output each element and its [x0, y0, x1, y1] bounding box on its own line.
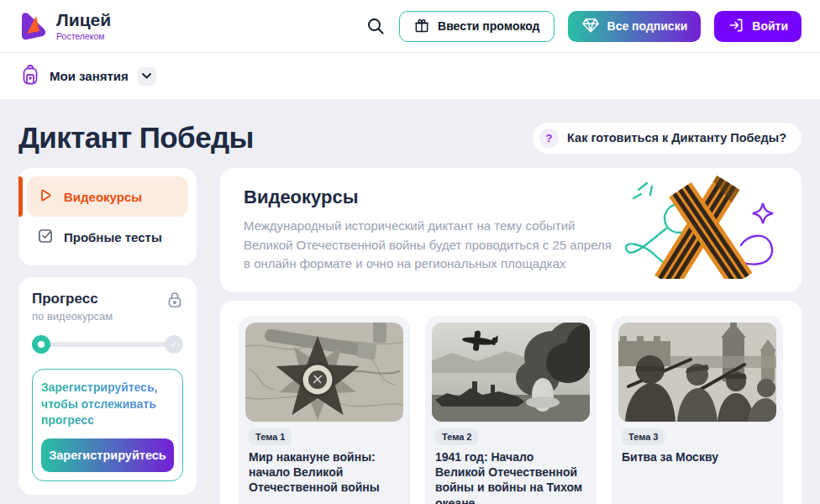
course-image-aircraft-over-ships	[432, 323, 590, 422]
course-badge: Тема 1	[249, 428, 292, 445]
active-item-indicator	[18, 176, 23, 217]
login-button[interactable]: Войти	[714, 11, 802, 42]
progress-knob[interactable]	[32, 335, 50, 354]
register-prompt-box: Зарегистрируйтесь, чтобы отслеживать про…	[32, 369, 183, 481]
logo-title: Лицей	[56, 11, 111, 29]
progress-card: Прогресс по видеокурсам ✓	[18, 277, 197, 495]
videocourses-banner: Видеокурсы Международный исторический ди…	[220, 168, 802, 292]
progress-slider[interactable]: ✓	[32, 335, 183, 354]
play-icon	[37, 187, 54, 207]
register-button[interactable]: Зарегистрируйтесь	[41, 438, 174, 472]
course-image-medal-on-map	[245, 323, 403, 422]
courses-panel: Тема 1 Мир накануне войны: начало Велико…	[220, 301, 802, 504]
sidebar-menu: Видеокурсы Пробные тесты	[18, 168, 197, 265]
logo-subtitle: Ростелеком	[56, 31, 111, 41]
course-image-soldiers-kremlin	[618, 323, 776, 422]
top-header: Лицей Ростелеком Ввести промокод	[0, 0, 820, 52]
progress-subtitle: по видеокурсам	[32, 310, 113, 323]
checkbox-icon	[37, 228, 54, 247]
login-arrow-icon	[728, 17, 744, 36]
search-icon[interactable]	[365, 16, 386, 36]
course-title: Мир накануне войны: начало Великой Отече…	[249, 449, 400, 496]
page-title: Диктант Победы	[18, 121, 254, 155]
course-badge: Тема 2	[435, 428, 478, 445]
backpack-icon	[20, 64, 40, 89]
login-label: Войти	[752, 19, 788, 33]
check-icon: ✓	[165, 335, 183, 354]
how-to-prepare-label: Как готовиться к Диктанту Победы?	[567, 131, 786, 144]
all-subscriptions-label: Все подписки	[607, 19, 688, 33]
lyceum-logo[interactable]: Лицей Ростелеком	[18, 8, 111, 45]
course-grid: Тема 1 Мир накануне войны: начало Велико…	[239, 316, 783, 504]
promo-code-button[interactable]: Ввести промокод	[399, 11, 554, 42]
course-title: 1941 год: Начало Великой Отечественной в…	[435, 449, 586, 504]
course-card-theme-1[interactable]: Тема 1 Мир накануне войны: начало Велико…	[239, 316, 410, 504]
header-actions: Ввести промокод Все подписки Войти	[365, 11, 802, 42]
diamond-icon	[581, 17, 600, 36]
all-subscriptions-button[interactable]: Все подписки	[568, 11, 702, 42]
sidebar-item-videocourses[interactable]: Видеокурсы	[27, 176, 188, 217]
sidebar: Видеокурсы Пробные тесты Прогресс	[18, 168, 197, 495]
how-to-prepare-link[interactable]: ? Как готовиться к Диктанту Победы?	[533, 123, 802, 154]
course-title: Битва за Москву	[622, 449, 773, 465]
promo-code-label: Ввести промокод	[438, 19, 539, 33]
page-content: Диктант Победы ? Как готовиться к Диктан…	[0, 121, 820, 504]
course-card-theme-2[interactable]: Тема 2 1941 год: Начало Великой Отечеств…	[425, 316, 597, 504]
subnav: Мои занятия	[0, 52, 820, 99]
question-icon: ?	[539, 129, 559, 148]
progress-track	[32, 342, 183, 347]
progress-title: Прогресс	[32, 291, 113, 307]
sidebar-item-practice-tests[interactable]: Пробные тесты	[27, 217, 188, 257]
course-badge: Тема 3	[622, 428, 665, 445]
register-note: Зарегистрируйтесь, чтобы отслеживать про…	[41, 380, 174, 429]
title-row: Диктант Победы ? Как готовиться к Диктан…	[18, 121, 802, 155]
main-column: Видеокурсы Международный исторический ди…	[220, 168, 802, 504]
section-title: Видеокурсы	[244, 186, 778, 208]
my-classes-menu[interactable]: Мои занятия	[50, 69, 129, 83]
section-description: Международный исторический диктант на те…	[244, 217, 618, 274]
sidebar-item-label: Видеокурсы	[64, 190, 142, 204]
chevron-down-icon[interactable]	[138, 67, 156, 86]
course-card-theme-3[interactable]: Тема 3 Битва за Москву	[612, 316, 783, 504]
lock-icon	[166, 291, 183, 312]
lyceum-logo-icon	[18, 8, 49, 45]
sidebar-item-label: Пробные тесты	[64, 230, 162, 244]
gift-icon	[413, 17, 430, 36]
